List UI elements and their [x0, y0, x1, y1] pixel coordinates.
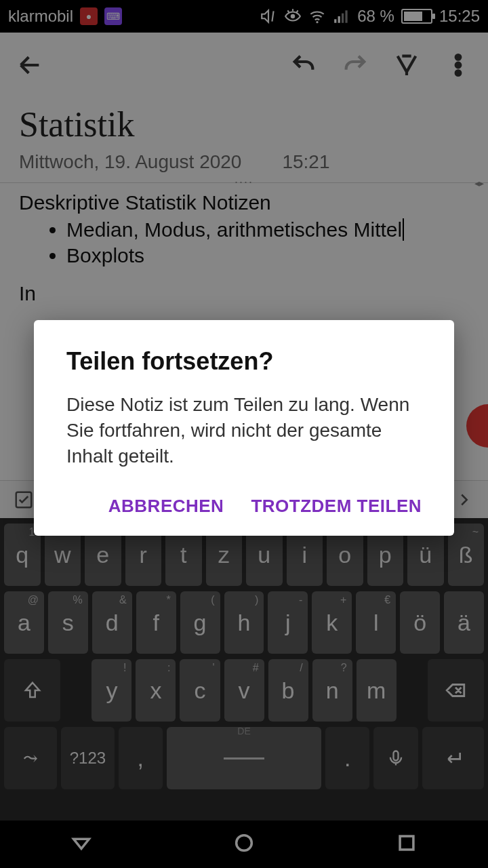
share-dialog: Teilen fortsetzen? Diese Notiz ist zum T…	[34, 320, 454, 536]
cancel-button[interactable]: ABBRECHEN	[108, 496, 224, 517]
dialog-actions: ABBRECHEN TROTZDEM TEILEN	[66, 496, 422, 517]
screen: klarmobil ● ⌨ 68 % 15:25 Statistik Mittw…	[0, 0, 488, 868]
dialog-body: Diese Notiz ist zum Teilen zu lang. Wenn…	[66, 392, 422, 469]
confirm-button[interactable]: TROTZDEM TEILEN	[251, 496, 422, 517]
dialog-title: Teilen fortsetzen?	[66, 347, 422, 376]
